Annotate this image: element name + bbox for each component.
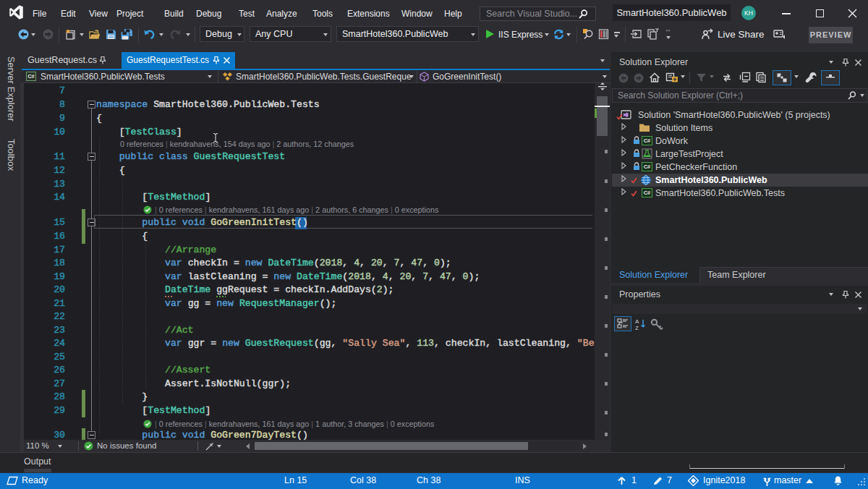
svg-text:Z: Z — [635, 325, 639, 331]
